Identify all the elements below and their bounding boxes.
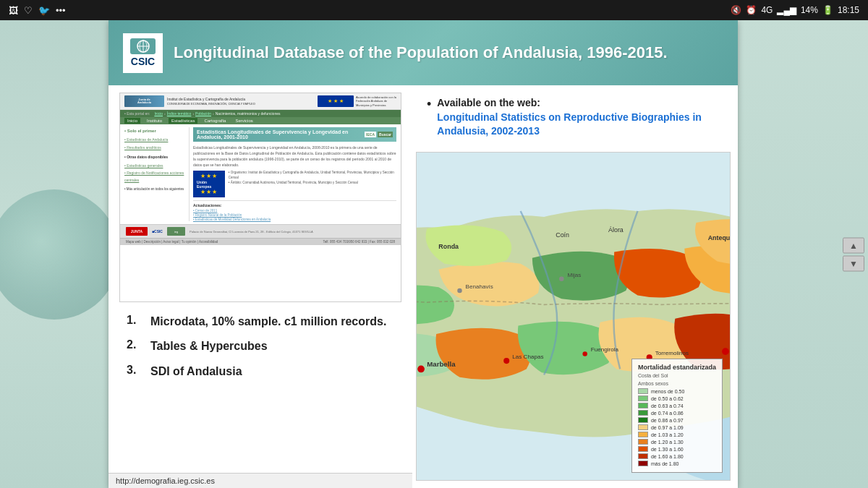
website-updates: Actualizaciones: • Censo de 2011 • Regis… xyxy=(193,200,396,221)
image-icon[interactable]: 🖼 xyxy=(9,5,18,16)
legend-items: menos de 0.50 de 0.50 a 0.62 de 0.63 a 0… xyxy=(638,388,716,466)
website-bottom-footer: Mapa web | Descripción | Aviso legal | T… xyxy=(120,238,401,245)
legend-item-7: de 1.03 a 1.20 xyxy=(638,432,716,437)
legend-color-6 xyxy=(638,424,648,430)
csic-logo-emblem xyxy=(130,38,156,54)
svg-text:Coín: Coín xyxy=(556,231,569,238)
available-intro: Available on the web: xyxy=(437,97,540,108)
legend-item-5: de 0.86 a 0.97 xyxy=(638,417,716,423)
ieca-text: Institut de Estadística y Cartografía de… xyxy=(167,97,255,106)
legend-item-3: de 0.63 a 0.74 xyxy=(638,403,716,408)
map-inner: Marbella Las Chapas Fuengirola Torremoli… xyxy=(417,153,730,480)
website-main-content: Estadísticas Longitudinales de Supervive… xyxy=(193,127,396,221)
available-on-web-text: Available on the web: Longitudinal Stati… xyxy=(437,96,727,139)
legend-item-11: más de 1.80 xyxy=(638,461,716,466)
website-sidebar: • Solo el primer • Estadísticas de Andal… xyxy=(124,127,190,221)
legend-title: Mortalidad estandarizada xyxy=(638,364,716,371)
available-on-web-item: • Available on the web: Longitudinal Sta… xyxy=(427,96,727,139)
legend-label-3: de 0.63 a 0.74 xyxy=(651,403,684,408)
svg-text:Mijas: Mijas xyxy=(567,271,581,278)
legend-item-1: menos de 0.50 xyxy=(638,388,716,394)
url-bar: http://demografia.ieg.csic.es xyxy=(109,473,412,488)
legend-subtitle: Costa del Sol xyxy=(638,373,716,378)
list-number-2: 2. xyxy=(127,338,145,351)
legend-item-2: de 0.50 a 0.62 xyxy=(638,395,716,401)
legend-label-9: de 1.30 a 1.60 xyxy=(651,447,684,452)
nav-instituto[interactable]: Instituto xyxy=(144,118,165,124)
list-text-3: SDI of Andalusia xyxy=(150,364,242,380)
legend-label-8: de 1.20 a 1.30 xyxy=(651,440,684,445)
status-left: 🖼 ♡ 🐦 ••• xyxy=(9,5,66,16)
legend-item-9: de 1.30 a 1.60 xyxy=(638,446,716,452)
svg-point-8 xyxy=(503,358,509,364)
nav-inicio[interactable]: Inicio xyxy=(124,118,140,124)
legend-color-1 xyxy=(638,388,648,394)
legend-label-10: de 1.60 a 1.80 xyxy=(651,454,684,459)
legend-color-11 xyxy=(638,461,648,466)
svg-text:Torremolinos: Torremolinos xyxy=(655,350,689,356)
status-bar: 🖼 ♡ 🐦 ••• 🔇 ⏰ 4G ▂▄▆ 14% 🔋 18:15 xyxy=(0,0,868,20)
svg-text:Marbella: Marbella xyxy=(427,360,456,368)
nav-estadisticas[interactable]: Estadísticas xyxy=(169,118,197,124)
list-text-2: Tables & Hypercubes xyxy=(150,338,268,354)
list-item-1: 1. Microdata, 10% sample. c1 million rec… xyxy=(127,314,394,330)
twitter-icon[interactable]: 🐦 xyxy=(38,5,50,16)
website-screenshot: Junta deAndalucía Institut de Estadístic… xyxy=(119,93,401,302)
signal-bars: ▂▄▆ xyxy=(777,5,796,15)
phone-screen: CSIC Longitudinal Database of the Popula… xyxy=(0,20,868,488)
scroll-up-button[interactable]: ▲ xyxy=(843,237,864,253)
scroll-down-button[interactable]: ▼ xyxy=(843,255,864,271)
list-item-2: 2. Tables & Hypercubes xyxy=(127,338,394,354)
list-number-1: 1. xyxy=(127,314,145,327)
time-display: 18:15 xyxy=(838,5,859,15)
svg-text:Fuengirola: Fuengirola xyxy=(591,346,619,353)
legend-color-9 xyxy=(638,446,648,452)
legend-label-2: de 0.50 a 0.62 xyxy=(651,396,684,401)
longitudinal-stats-link[interactable]: Longitudinal Statistics on Reproductive … xyxy=(437,111,702,137)
legend-color-8 xyxy=(638,439,648,445)
legend-color-2 xyxy=(638,395,648,401)
slide-container: CSIC Longitudinal Database of the Popula… xyxy=(109,20,738,488)
bullet-dot: • xyxy=(427,98,431,111)
svg-point-6 xyxy=(417,365,425,372)
website-footer-logos: JUNTA ■CSIC ieg Palacio de Nueva General… xyxy=(120,224,401,238)
csic-label: CSIC xyxy=(131,56,155,67)
right-bullet-area: • Available on the web: Longitudinal Sta… xyxy=(416,93,731,146)
svg-point-10 xyxy=(582,351,587,356)
eu-section: ★★★ Unión Europea ★★★ • Organismo: Insti… xyxy=(193,171,396,197)
svg-point-20 xyxy=(559,276,563,281)
status-right: 🔇 ⏰ 4G ▂▄▆ 14% 🔋 18:15 xyxy=(731,5,859,15)
slide-header: CSIC Longitudinal Database of the Popula… xyxy=(109,20,738,85)
svg-text:Antequera: Antequera xyxy=(708,234,730,241)
globe-decoration xyxy=(0,189,109,320)
svg-text:Álora: Álora xyxy=(608,226,624,234)
signal-strength: 4G xyxy=(761,5,773,15)
legend-label-11: más de 1.80 xyxy=(651,461,679,466)
csic-logo: CSIC xyxy=(123,33,163,73)
scroll-arrows: ▲ ▼ xyxy=(843,237,864,271)
legend-label-5: de 0.86 a 0.97 xyxy=(651,418,684,423)
clock-icon: ⏰ xyxy=(746,5,757,15)
numbered-list: 1. Microdata, 10% sample. c1 million rec… xyxy=(119,308,401,394)
slide-title: Longitudinal Database of the Population … xyxy=(174,43,668,64)
slide-body: Junta deAndalucía Institut de Estadístic… xyxy=(109,85,738,488)
svg-text:Benahavís: Benahavís xyxy=(466,283,493,290)
svg-point-18 xyxy=(457,288,461,293)
legend-item-4: de 0.74 a 0.86 xyxy=(638,410,716,416)
more-icon[interactable]: ••• xyxy=(56,5,66,16)
right-panel: • Available on the web: Longitudinal Sta… xyxy=(412,85,738,488)
list-text-1: Microdata, 10% sample. c1 million record… xyxy=(150,314,386,330)
legend-item-6: de 0.97 a 1.09 xyxy=(638,424,716,430)
heart-icon[interactable]: ♡ xyxy=(24,5,33,16)
battery-icon: 🔋 xyxy=(822,5,833,15)
nav-cartografia[interactable]: Cartografía xyxy=(201,118,229,124)
legend-color-7 xyxy=(638,432,648,437)
map-area: Marbella Las Chapas Fuengirola Torremoli… xyxy=(416,152,731,481)
list-number-3: 3. xyxy=(127,364,145,377)
legend-gender: Ambos sexos xyxy=(638,381,716,386)
website-body-text: Estadísticas Longitudinales de Supervive… xyxy=(193,145,396,168)
nav-servicios[interactable]: Servicios xyxy=(232,118,255,124)
legend-color-3 xyxy=(638,403,648,408)
legend-label-6: de 0.97 a 1.09 xyxy=(651,425,684,430)
legend-label-1: menos de 0.50 xyxy=(651,389,684,394)
